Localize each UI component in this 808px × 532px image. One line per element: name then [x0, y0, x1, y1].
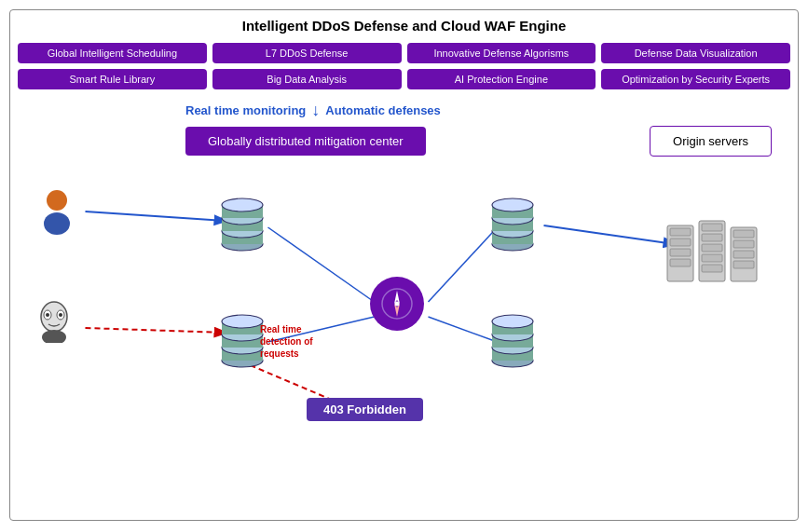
mitigation-center-box: Globally distributed mitigation center: [185, 127, 426, 156]
origin-servers-box: Origin servers: [650, 126, 772, 157]
mitigation-row: Globally distributed mitigation center O…: [18, 126, 790, 157]
diagram-area: Real time detection of requests 403 Forb…: [18, 170, 790, 430]
svg-point-36: [492, 198, 533, 211]
svg-line-3: [429, 317, 498, 342]
origin-server-group: [665, 216, 759, 294]
server-right-bottom: [488, 314, 537, 374]
svg-rect-57: [702, 254, 722, 262]
user-icon: [36, 188, 77, 246]
feature-l7-ddos: L7 DDoS Defense: [212, 43, 402, 63]
automatic-defenses-label: Automatic defenses: [325, 103, 441, 117]
svg-rect-51: [670, 249, 691, 256]
svg-rect-61: [733, 240, 754, 248]
svg-line-4: [544, 225, 675, 244]
svg-rect-60: [733, 230, 754, 238]
svg-rect-50: [670, 239, 691, 246]
svg-rect-63: [733, 261, 754, 268]
svg-rect-58: [702, 265, 722, 272]
svg-rect-55: [702, 234, 722, 241]
svg-rect-52: [670, 259, 691, 266]
feature-big-data: Big Data Analysis: [212, 69, 402, 89]
feature-security-experts: Optimization by Security Experts: [601, 69, 790, 89]
svg-line-2: [429, 227, 498, 302]
svg-point-14: [59, 313, 62, 317]
svg-line-1: [268, 227, 375, 302]
svg-point-8: [47, 190, 67, 211]
compass-icon: [370, 277, 424, 331]
server-left-top: [218, 198, 267, 257]
forbidden-box: 403 Forbidden: [307, 398, 423, 421]
feature-global-scheduling: Global Intelligent Scheduling: [18, 43, 207, 63]
svg-point-43: [492, 315, 533, 328]
svg-line-0: [86, 211, 226, 221]
svg-point-15: [42, 330, 66, 343]
svg-rect-54: [702, 224, 722, 231]
svg-line-5: [86, 328, 226, 333]
realtime-monitoring-label: Real time monitoring: [185, 103, 306, 117]
feature-smart-rule: Smart Rule Library: [18, 69, 207, 89]
detection-label: Real time detection of requests: [260, 323, 335, 360]
svg-rect-62: [733, 251, 754, 258]
page-title: Intelligent DDoS Defense and Cloud WAF E…: [18, 18, 790, 34]
down-arrow-icon: ↓: [311, 101, 320, 120]
feature-innovative-defense: Innovative Defense Algorisms: [407, 43, 596, 63]
main-container: Intelligent DDoS Defense and Cloud WAF E…: [9, 9, 799, 521]
svg-rect-49: [670, 228, 691, 236]
svg-point-9: [44, 212, 70, 235]
feature-defense-viz: Defense Data Visualization: [601, 43, 790, 63]
svg-rect-56: [702, 244, 722, 252]
svg-point-13: [46, 313, 49, 317]
hacker-icon: [34, 300, 74, 351]
monitoring-row: Real time monitoring ↓ Automatic defense…: [185, 101, 790, 120]
svg-point-29: [222, 315, 263, 328]
server-right-top: [488, 198, 537, 257]
svg-point-47: [395, 302, 400, 307]
svg-point-22: [222, 198, 263, 211]
feature-ai-protection: AI Protection Engine: [407, 69, 596, 89]
feature-grid: Global Intelligent Scheduling L7 DDoS De…: [18, 43, 790, 89]
